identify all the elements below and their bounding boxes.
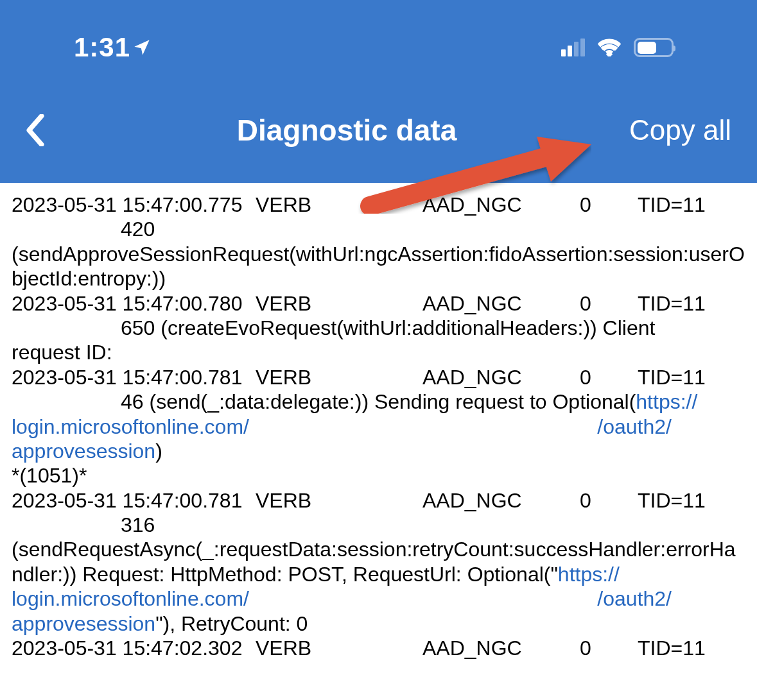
log-zero: 0 bbox=[580, 488, 638, 513]
log-body: login.microsoftonline.com/ /oauth2/ bbox=[12, 414, 745, 439]
log-level: VERB bbox=[256, 636, 422, 660]
log-ts: 2023-05-31 15:47:02.302 bbox=[12, 636, 256, 660]
log-link[interactable]: login.microsoftonline.com/ bbox=[12, 415, 249, 438]
log-link[interactable]: login.microsoftonline.com/ bbox=[12, 587, 249, 610]
log-cat: AAD_NGC bbox=[422, 291, 580, 316]
log-link[interactable]: https:// bbox=[636, 390, 697, 413]
log-spacer bbox=[249, 415, 597, 438]
cellular-icon bbox=[561, 38, 585, 56]
log-body-text: (sendRequestAsync(_:requestData:session:… bbox=[12, 538, 736, 585]
log-ts: 2023-05-31 15:47:00.775 bbox=[12, 192, 256, 217]
location-icon bbox=[133, 38, 151, 56]
log-level: VERB bbox=[256, 488, 422, 513]
log-body-text: "), RetryCount: 0 bbox=[155, 612, 308, 635]
log-after: ) bbox=[155, 440, 162, 463]
log-indent: 420 bbox=[12, 217, 745, 241]
log-content[interactable]: 2023-05-31 15:47:00.775 VERB AAD_NGC 0 T… bbox=[0, 183, 757, 660]
status-bar: 1:31 bbox=[0, 0, 757, 76]
log-tid: TID=11 bbox=[638, 192, 706, 217]
log-link[interactable]: approvesession bbox=[12, 612, 155, 635]
log-body: approvesession"), RetryCount: 0 bbox=[12, 611, 745, 636]
log-cat: AAD_NGC bbox=[422, 488, 580, 513]
nav-bar: Diagnostic data Copy all bbox=[0, 76, 757, 149]
log-zero: 0 bbox=[580, 365, 638, 389]
log-row: 2023-05-31 15:47:00.781 VERB AAD_NGC 0 T… bbox=[12, 488, 745, 513]
log-pre: 46 (send(_:data:delegate:)) Sending requ… bbox=[121, 390, 636, 413]
log-tid: TID=11 bbox=[638, 365, 706, 389]
log-body: (sendRequestAsync(_:requestData:session:… bbox=[12, 537, 745, 586]
wifi-icon bbox=[598, 38, 621, 56]
status-time: 1:31 bbox=[74, 32, 151, 63]
log-level: VERB bbox=[256, 291, 422, 316]
time-label: 1:31 bbox=[74, 32, 130, 63]
log-star: *(1051)* bbox=[12, 463, 745, 488]
log-row: 2023-05-31 15:47:00.781 VERB AAD_NGC 0 T… bbox=[12, 365, 745, 389]
chevron-left-icon bbox=[26, 114, 45, 146]
log-body: login.microsoftonline.com/ /oauth2/ bbox=[12, 586, 745, 611]
log-spacer bbox=[249, 587, 597, 610]
log-indent: 316 bbox=[12, 513, 745, 537]
log-link[interactable]: /oauth2/ bbox=[597, 587, 672, 610]
status-icons bbox=[561, 38, 731, 57]
log-tid: TID=11 bbox=[638, 488, 706, 513]
log-zero: 0 bbox=[580, 636, 638, 660]
log-link[interactable]: https:// bbox=[558, 563, 620, 586]
copy-all-button[interactable]: Copy all bbox=[629, 114, 731, 146]
log-zero: 0 bbox=[580, 192, 638, 217]
log-ts: 2023-05-31 15:47:00.780 bbox=[12, 291, 256, 316]
log-level: VERB bbox=[256, 365, 422, 389]
log-row: 2023-05-31 15:47:00.775 VERB AAD_NGC 0 T… bbox=[12, 192, 745, 217]
log-row: 2023-05-31 15:47:02.302 VERB AAD_NGC 0 T… bbox=[12, 636, 745, 660]
log-cat: AAD_NGC bbox=[422, 365, 580, 389]
log-row: 2023-05-31 15:47:00.780 VERB AAD_NGC 0 T… bbox=[12, 291, 745, 316]
log-cat: AAD_NGC bbox=[422, 636, 580, 660]
battery-icon bbox=[634, 38, 674, 57]
log-zero: 0 bbox=[580, 291, 638, 316]
back-button[interactable] bbox=[26, 111, 64, 149]
log-link[interactable]: approvesession bbox=[12, 440, 155, 463]
log-ts: 2023-05-31 15:47:00.781 bbox=[12, 365, 256, 389]
log-level: VERB bbox=[256, 192, 422, 217]
log-tid: TID=11 bbox=[638, 636, 706, 660]
log-tid: TID=11 bbox=[638, 291, 706, 316]
log-ts: 2023-05-31 15:47:00.781 bbox=[12, 488, 256, 513]
page-title: Diagnostic data bbox=[237, 113, 457, 148]
log-body: (sendApproveSessionRequest(withUrl:ngcAs… bbox=[12, 242, 745, 291]
log-link[interactable]: /oauth2/ bbox=[597, 415, 672, 438]
log-cat: AAD_NGC bbox=[422, 192, 580, 217]
log-indent: 650 (createEvoRequest(withUrl:additional… bbox=[12, 316, 745, 340]
log-body: 46 (send(_:data:delegate:)) Sending requ… bbox=[12, 389, 745, 414]
log-body: approvesession) bbox=[12, 439, 745, 463]
log-body: request ID: bbox=[12, 340, 745, 364]
